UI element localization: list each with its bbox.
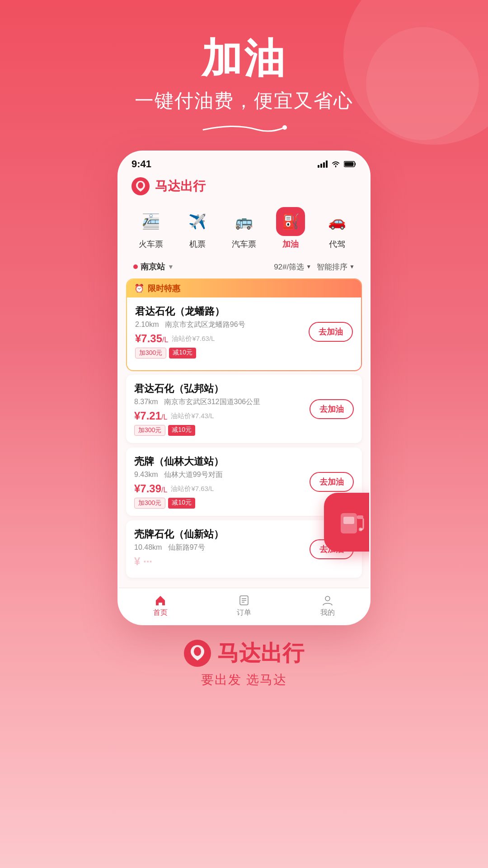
station-meta-3: 10.48km 仙新路97号 [134,543,310,552]
signal-icon [318,160,328,168]
svg-rect-11 [357,515,363,519]
profile-icon [322,594,333,606]
nav-label-plane: 机票 [189,239,206,250]
station-price-row-2: ¥7.39/L 油站价¥7.63/L [134,482,310,495]
station-name-1: 君达石化（弘邦站） [134,382,310,396]
svg-rect-6 [345,162,354,166]
svg-point-19 [194,647,201,656]
nav-icon-driver: 🚗 [323,207,352,236]
sort-chevron-icon: ▼ [349,264,355,270]
badge-0-2: 减10元 [169,348,196,359]
app-header: 马达出行 [119,174,369,203]
orders-icon [238,594,250,606]
badge-1-2: 减10元 [168,425,195,436]
nav-icon-bus: 🚌 [230,207,258,236]
nav-icon-plane: ✈️ [183,207,212,236]
clock-icon: ⏰ [134,283,144,293]
filter-bar: 南京站 ▼ 92#/筛选 ▼ 智能排序 ▼ [126,257,362,277]
badge-1-1: 加300元 [134,425,165,436]
filter-right: 92#/筛选 ▼ 智能排序 ▼ [274,262,355,272]
nav-item-driver[interactable]: 🚗 代驾 [323,207,352,250]
status-bar: 9:41 [119,152,369,174]
wifi-icon [331,160,340,168]
app-name: 马达出行 [155,178,206,195]
nav-item-fuel[interactable]: ⛽ 加油 [276,207,305,250]
station-price-1: ¥7.21/L [134,410,167,422]
location-dot [133,264,138,269]
station-name-2: 壳牌（仙林大道站） [134,455,310,468]
station-price-2: ¥7.39/L [134,482,167,495]
svg-point-8 [138,182,143,189]
station-price-row-1: ¥7.21/L 油站价¥7.43/L [134,410,310,422]
nav-item-train[interactable]: 🚈 火车票 [136,207,165,250]
nav-icon-fuel: ⛽ [276,207,305,236]
station-price-row-0: ¥7.35/L 油站价¥7.63/L [135,332,309,345]
filter-location[interactable]: 南京站 ▼ [133,261,174,272]
phone-mockup: 9:41 [117,151,371,625]
station-name-3: 壳牌石化（仙新站） [134,528,310,541]
nav-label-fuel: 加油 [282,239,299,250]
footer-brand-name: 马达出行 [217,639,304,668]
station-name-0: 君达石化（龙蟠路） [135,305,309,318]
badge-row-1: 加300元 减10元 [134,425,310,436]
svg-point-12 [359,528,362,531]
station-original-2: 油站价¥7.63/L [171,485,214,493]
tab-bar: 首页 订单 我的 [119,588,369,624]
battery-icon [344,160,357,168]
filter-sort-btn[interactable]: 智能排序 ▼ [317,262,355,272]
station-meta-0: 2.10km 南京市玄武区龙蟠路96号 [135,320,309,330]
filter-sort-text: 智能排序 [317,262,347,272]
special-offer-header: ⏰ 限时特惠 [127,279,361,297]
station-row-1: 君达石化（弘邦站） 8.37km 南京市玄武区312国道306公里 ¥7.21/… [134,382,354,436]
station-price-3: ¥ ··· [134,555,152,568]
station-price-0: ¥7.35/L [135,332,168,345]
footer: 马达出行 要出发 选马达 [0,625,488,698]
go-btn-0[interactable]: 去加油 [309,322,353,342]
chevron-down-icon: ▼ [168,263,174,270]
station-info-3: 壳牌石化（仙新站） 10.48km 仙新路97号 ¥ ··· [134,528,310,571]
special-offer-card: ⏰ 限时特惠 君达石化（龙蟠路） 2.10km 南京市玄武区龙蟠路96号 [126,278,362,371]
go-btn-2[interactable]: 去加油 [310,472,354,492]
station-address-0: 南京市玄武区龙蟠路96号 [165,321,245,328]
tab-item-profile[interactable]: 我的 [286,588,369,624]
nav-icon-train: 🚈 [136,207,165,236]
status-time: 9:41 [131,158,151,170]
special-offer-inner: ⏰ 限时特惠 君达石化（龙蟠路） 2.10km 南京市玄武区龙蟠路96号 [127,279,361,370]
station-price-row-3: ¥ ··· [134,555,310,568]
tab-label-home: 首页 [153,608,168,618]
tab-label-profile: 我的 [320,608,335,618]
svg-rect-1 [318,165,319,168]
station-distance-0: 2.10km [135,321,159,328]
svg-rect-10 [343,517,354,524]
station-card-1: 君达石化（弘邦站） 8.37km 南京市玄武区312国道306公里 ¥7.21/… [126,375,362,443]
go-btn-1[interactable]: 去加油 [310,399,354,419]
filter-grade-btn[interactable]: 92#/筛选 ▼ [274,262,311,272]
tab-item-orders[interactable]: 订单 [202,588,286,624]
footer-brand: 马达出行 [0,639,488,668]
station-original-0: 油站价¥7.63/L [172,335,215,343]
nav-label-driver: 代驾 [329,239,345,250]
station-row-3: 壳牌石化（仙新站） 10.48km 仙新路97号 ¥ ··· 去加油 [134,528,354,571]
tab-item-home[interactable]: 首页 [119,588,202,624]
nav-item-bus[interactable]: 🚌 汽车票 [230,207,258,250]
tab-label-orders: 订单 [237,608,251,618]
nav-item-plane[interactable]: ✈️ 机票 [183,207,212,250]
station-info-2: 壳牌（仙林大道站） 9.43km 仙林大道99号对面 ¥7.39/L 油站价¥7… [134,455,310,509]
station-original-1: 油站价¥7.43/L [171,412,214,420]
svg-point-17 [325,596,330,601]
home-icon [155,594,166,606]
badge-2-1: 加300元 [134,498,165,509]
phone-wrapper: 9:41 [0,151,488,625]
station-distance-3: 10.48km [134,543,162,551]
nav-label-train: 火车票 [139,239,163,250]
station-address-3: 仙新路97号 [168,543,205,551]
station-meta-2: 9.43km 仙林大道99号对面 [134,470,310,480]
station-row-0: 君达石化（龙蟠路） 2.10km 南京市玄武区龙蟠路96号 ¥7.35/L [135,305,353,359]
svg-rect-3 [323,162,325,168]
badge-row-0: 加300元 减10元 [135,348,309,359]
grade-chevron-icon: ▼ [306,264,311,270]
svg-rect-4 [326,160,328,168]
nav-label-bus: 汽车票 [232,239,256,250]
header-underline [199,121,289,123]
svg-point-0 [282,125,287,130]
